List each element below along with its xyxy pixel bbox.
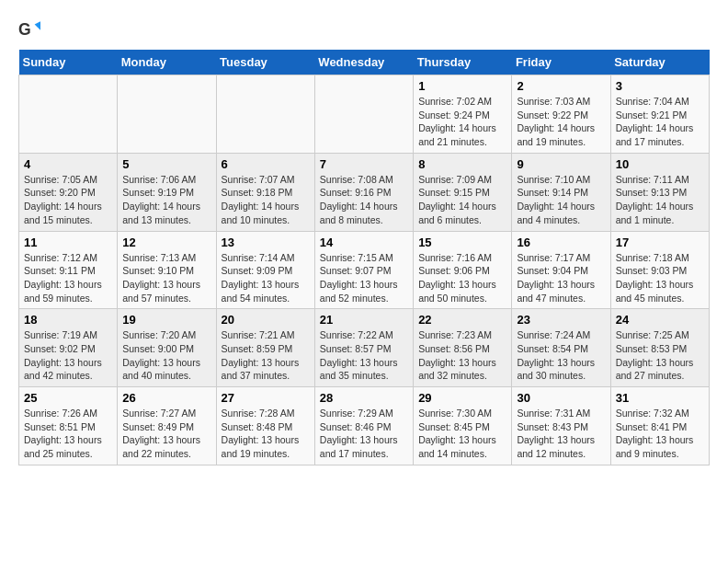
day-info: Sunrise: 7:08 AM Sunset: 9:16 PM Dayligh… bbox=[320, 173, 408, 227]
day-info: Sunrise: 7:15 AM Sunset: 9:07 PM Dayligh… bbox=[320, 251, 408, 305]
day-info: Sunrise: 7:29 AM Sunset: 8:46 PM Dayligh… bbox=[320, 407, 408, 461]
day-info: Sunrise: 7:27 AM Sunset: 8:49 PM Dayligh… bbox=[122, 407, 210, 461]
day-info: Sunrise: 7:02 AM Sunset: 9:24 PM Dayligh… bbox=[418, 95, 506, 149]
calendar-cell: 27Sunrise: 7:28 AM Sunset: 8:48 PM Dayli… bbox=[216, 387, 314, 465]
calendar-cell: 1Sunrise: 7:02 AM Sunset: 9:24 PM Daylig… bbox=[414, 75, 512, 154]
day-info: Sunrise: 7:03 AM Sunset: 9:22 PM Dayligh… bbox=[517, 95, 605, 149]
day-number: 26 bbox=[122, 391, 210, 405]
logo-icon: G bbox=[18, 18, 40, 40]
day-info: Sunrise: 7:20 AM Sunset: 9:00 PM Dayligh… bbox=[122, 328, 210, 383]
day-info: Sunrise: 7:25 AM Sunset: 8:53 PM Dayligh… bbox=[616, 328, 704, 383]
day-number: 3 bbox=[616, 79, 704, 93]
calendar-cell: 28Sunrise: 7:29 AM Sunset: 8:46 PM Dayli… bbox=[314, 387, 413, 465]
calendar-cell bbox=[19, 75, 118, 154]
day-number: 5 bbox=[122, 157, 210, 171]
day-info: Sunrise: 7:12 AM Sunset: 9:11 PM Dayligh… bbox=[24, 251, 112, 305]
day-info: Sunrise: 7:26 AM Sunset: 8:51 PM Dayligh… bbox=[24, 407, 112, 461]
calendar-cell: 2Sunrise: 7:03 AM Sunset: 9:22 PM Daylig… bbox=[512, 75, 610, 154]
calendar-cell: 10Sunrise: 7:11 AM Sunset: 9:13 PM Dayli… bbox=[610, 153, 709, 231]
day-info: Sunrise: 7:24 AM Sunset: 8:54 PM Dayligh… bbox=[517, 328, 605, 383]
day-info: Sunrise: 7:05 AM Sunset: 9:20 PM Dayligh… bbox=[24, 173, 112, 227]
calendar-cell: 21Sunrise: 7:22 AM Sunset: 8:57 PM Dayli… bbox=[314, 309, 413, 387]
calendar-header-saturday: Saturday bbox=[610, 50, 709, 75]
day-info: Sunrise: 7:11 AM Sunset: 9:13 PM Dayligh… bbox=[616, 173, 704, 227]
svg-text:G: G bbox=[18, 20, 31, 39]
day-number: 23 bbox=[517, 313, 605, 327]
calendar-header-sunday: Sunday bbox=[19, 50, 118, 75]
day-number: 25 bbox=[24, 391, 112, 405]
day-info: Sunrise: 7:18 AM Sunset: 9:03 PM Dayligh… bbox=[616, 251, 704, 305]
day-info: Sunrise: 7:17 AM Sunset: 9:04 PM Dayligh… bbox=[517, 251, 605, 305]
calendar-header-tuesday: Tuesday bbox=[216, 50, 314, 75]
day-info: Sunrise: 7:10 AM Sunset: 9:14 PM Dayligh… bbox=[517, 173, 605, 227]
day-info: Sunrise: 7:30 AM Sunset: 8:45 PM Dayligh… bbox=[418, 407, 506, 461]
calendar-cell: 11Sunrise: 7:12 AM Sunset: 9:11 PM Dayli… bbox=[19, 231, 118, 309]
calendar-cell: 4Sunrise: 7:05 AM Sunset: 9:20 PM Daylig… bbox=[19, 153, 118, 231]
day-number: 30 bbox=[517, 391, 605, 405]
day-number: 15 bbox=[418, 236, 506, 249]
day-number: 27 bbox=[222, 391, 310, 405]
day-info: Sunrise: 7:07 AM Sunset: 9:18 PM Dayligh… bbox=[222, 173, 310, 227]
day-number: 21 bbox=[320, 313, 408, 327]
calendar-week-4: 18Sunrise: 7:19 AM Sunset: 9:02 PM Dayli… bbox=[19, 309, 710, 387]
calendar-cell: 22Sunrise: 7:23 AM Sunset: 8:56 PM Dayli… bbox=[414, 309, 512, 387]
day-info: Sunrise: 7:14 AM Sunset: 9:09 PM Dayligh… bbox=[222, 251, 310, 305]
calendar-cell bbox=[118, 75, 216, 154]
svg-marker-1 bbox=[35, 21, 40, 30]
calendar-header-monday: Monday bbox=[118, 50, 216, 75]
day-info: Sunrise: 7:06 AM Sunset: 9:19 PM Dayligh… bbox=[122, 173, 210, 227]
calendar-cell: 24Sunrise: 7:25 AM Sunset: 8:53 PM Dayli… bbox=[610, 309, 709, 387]
calendar-week-3: 11Sunrise: 7:12 AM Sunset: 9:11 PM Dayli… bbox=[19, 231, 710, 309]
calendar-cell: 8Sunrise: 7:09 AM Sunset: 9:15 PM Daylig… bbox=[414, 153, 512, 231]
day-number: 17 bbox=[616, 236, 704, 249]
day-number: 31 bbox=[616, 391, 704, 405]
calendar-cell: 3Sunrise: 7:04 AM Sunset: 9:21 PM Daylig… bbox=[610, 75, 709, 154]
calendar-cell: 14Sunrise: 7:15 AM Sunset: 9:07 PM Dayli… bbox=[314, 231, 413, 309]
day-number: 28 bbox=[320, 391, 408, 405]
day-info: Sunrise: 7:16 AM Sunset: 9:06 PM Dayligh… bbox=[418, 251, 506, 305]
calendar-header-thursday: Thursday bbox=[414, 50, 512, 75]
day-number: 12 bbox=[122, 236, 210, 249]
calendar-cell: 6Sunrise: 7:07 AM Sunset: 9:18 PM Daylig… bbox=[216, 153, 314, 231]
calendar-cell bbox=[314, 75, 413, 154]
day-number: 4 bbox=[24, 157, 112, 171]
calendar-cell: 12Sunrise: 7:13 AM Sunset: 9:10 PM Dayli… bbox=[118, 231, 216, 309]
header: G bbox=[18, 18, 710, 40]
calendar-cell: 13Sunrise: 7:14 AM Sunset: 9:09 PM Dayli… bbox=[216, 231, 314, 309]
calendar-week-2: 4Sunrise: 7:05 AM Sunset: 9:20 PM Daylig… bbox=[19, 153, 710, 231]
day-info: Sunrise: 7:31 AM Sunset: 8:43 PM Dayligh… bbox=[517, 407, 605, 461]
day-number: 10 bbox=[616, 157, 704, 171]
calendar-week-1: 1Sunrise: 7:02 AM Sunset: 9:24 PM Daylig… bbox=[19, 75, 710, 154]
calendar-header-friday: Friday bbox=[512, 50, 610, 75]
calendar-cell: 29Sunrise: 7:30 AM Sunset: 8:45 PM Dayli… bbox=[414, 387, 512, 465]
day-number: 24 bbox=[616, 313, 704, 327]
calendar-cell: 9Sunrise: 7:10 AM Sunset: 9:14 PM Daylig… bbox=[512, 153, 610, 231]
logo: G bbox=[18, 18, 44, 40]
calendar-cell: 15Sunrise: 7:16 AM Sunset: 9:06 PM Dayli… bbox=[414, 231, 512, 309]
day-number: 6 bbox=[222, 157, 310, 171]
day-number: 2 bbox=[517, 79, 605, 93]
calendar-header-wednesday: Wednesday bbox=[314, 50, 413, 75]
calendar-table: SundayMondayTuesdayWednesdayThursdayFrid… bbox=[18, 50, 710, 465]
day-number: 8 bbox=[418, 157, 506, 171]
day-info: Sunrise: 7:32 AM Sunset: 8:41 PM Dayligh… bbox=[616, 407, 704, 461]
day-number: 20 bbox=[222, 313, 310, 327]
day-number: 18 bbox=[24, 313, 112, 327]
calendar-cell: 25Sunrise: 7:26 AM Sunset: 8:51 PM Dayli… bbox=[19, 387, 118, 465]
day-info: Sunrise: 7:21 AM Sunset: 8:59 PM Dayligh… bbox=[222, 328, 310, 383]
day-number: 16 bbox=[517, 236, 605, 249]
calendar-week-5: 25Sunrise: 7:26 AM Sunset: 8:51 PM Dayli… bbox=[19, 387, 710, 465]
day-number: 29 bbox=[418, 391, 506, 405]
calendar-cell: 16Sunrise: 7:17 AM Sunset: 9:04 PM Dayli… bbox=[512, 231, 610, 309]
calendar-cell: 17Sunrise: 7:18 AM Sunset: 9:03 PM Dayli… bbox=[610, 231, 709, 309]
calendar-body: 1Sunrise: 7:02 AM Sunset: 9:24 PM Daylig… bbox=[19, 75, 710, 465]
day-number: 14 bbox=[320, 236, 408, 249]
calendar-cell: 7Sunrise: 7:08 AM Sunset: 9:16 PM Daylig… bbox=[314, 153, 413, 231]
day-number: 9 bbox=[517, 157, 605, 171]
calendar-cell: 30Sunrise: 7:31 AM Sunset: 8:43 PM Dayli… bbox=[512, 387, 610, 465]
calendar-cell: 23Sunrise: 7:24 AM Sunset: 8:54 PM Dayli… bbox=[512, 309, 610, 387]
calendar-cell bbox=[216, 75, 314, 154]
day-number: 13 bbox=[222, 236, 310, 249]
day-info: Sunrise: 7:22 AM Sunset: 8:57 PM Dayligh… bbox=[320, 328, 408, 383]
day-info: Sunrise: 7:23 AM Sunset: 8:56 PM Dayligh… bbox=[418, 328, 506, 383]
